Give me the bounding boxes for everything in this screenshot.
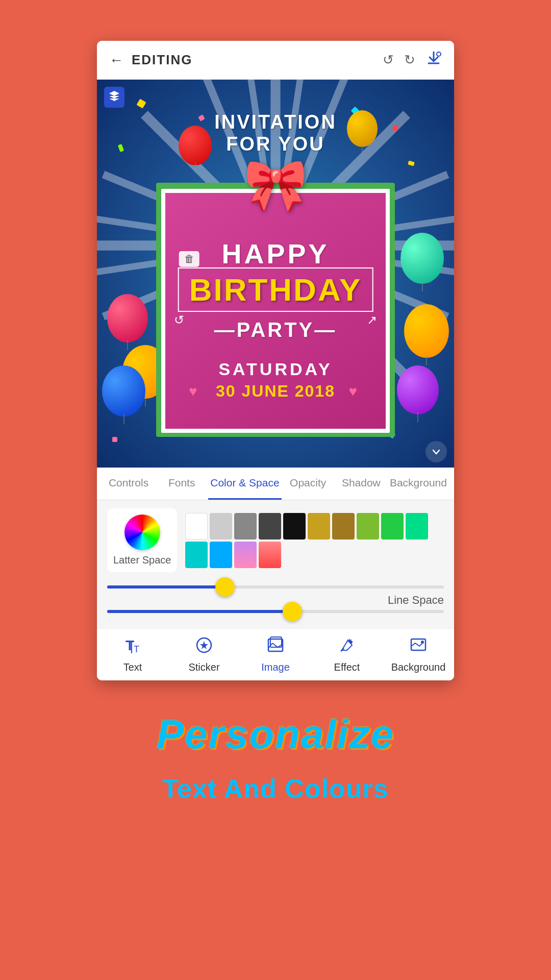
- layer-button[interactable]: [104, 87, 124, 108]
- color-section: Latter Space: [97, 500, 454, 580]
- saturday-text: SATURDAY: [218, 359, 332, 379]
- invitation-text: INVITATION FOR YOU: [214, 111, 337, 155]
- latter-space-track[interactable]: [107, 585, 444, 589]
- color-swatches: [185, 513, 444, 568]
- background-label: Background: [391, 662, 446, 673]
- back-button[interactable]: ←: [109, 52, 123, 68]
- balloon-purple: [397, 365, 439, 414]
- balloon-small-yellow: [347, 110, 378, 147]
- swatch-green[interactable]: [381, 513, 404, 540]
- svg-line-21: [272, 643, 278, 647]
- background-icon: [409, 636, 428, 658]
- balloon-red: [107, 294, 148, 342]
- card-background: 🎀 INVITATION FOR YOU HAPPY 🗑 BIRTHDAY ↺: [97, 80, 454, 468]
- tab-fonts[interactable]: Fonts: [155, 468, 208, 500]
- swatch-light-green[interactable]: [357, 513, 379, 540]
- color-picker-box[interactable]: Latter Space: [107, 508, 177, 572]
- sticker-icon: [195, 636, 213, 658]
- swatch-teal-green[interactable]: [406, 513, 428, 540]
- toolbar-item-effect[interactable]: Effect: [311, 636, 383, 673]
- balloon-yellow-right: [404, 304, 449, 358]
- toolbar-item-image[interactable]: Image: [240, 636, 311, 673]
- birthday-selection-box[interactable]: 🗑 BIRTHDAY ↺ ↗: [178, 267, 373, 312]
- happy-text: HAPPY: [221, 238, 329, 270]
- image-icon: [266, 636, 285, 658]
- party-text: —PARTY—: [214, 318, 337, 341]
- tab-color-space[interactable]: Color & Space: [208, 468, 281, 500]
- toolbar-item-background[interactable]: Background: [383, 636, 454, 673]
- swatch-red[interactable]: [259, 542, 281, 568]
- heart-sticker-right: ♥: [348, 383, 357, 400]
- tab-shadow[interactable]: Shadow: [335, 468, 388, 500]
- personalize-heading: Personalize: [157, 711, 395, 758]
- rotate-icon[interactable]: ↺: [174, 313, 184, 327]
- swatch-black[interactable]: [283, 513, 306, 540]
- text-colours-label: Text And Colours: [157, 773, 395, 804]
- tab-opacity[interactable]: Opacity: [282, 468, 335, 500]
- bottom-toolbar: T T Text Sticker: [97, 628, 454, 680]
- latter-space-slider-row: [107, 585, 444, 589]
- balloon-teal: [400, 233, 444, 284]
- bow-icon: 🎀: [244, 155, 308, 215]
- latter-space-thumb[interactable]: [215, 577, 235, 597]
- line-space-label: Line Space: [388, 594, 444, 607]
- swatch-brown-gold[interactable]: [332, 513, 355, 540]
- balloon-blue: [102, 365, 145, 416]
- balloon-small-red: [179, 126, 212, 165]
- date-text: 30 JUNE 2018: [216, 382, 335, 401]
- tab-controls[interactable]: Controls: [102, 468, 155, 500]
- editor-panel: Controls Fonts Color & Space Opacity Sha…: [97, 468, 454, 680]
- sticker-label: Sticker: [188, 662, 219, 673]
- top-bar-actions: ↺ ↻: [383, 50, 442, 70]
- swatch-darkgray[interactable]: [259, 513, 281, 540]
- latter-space-label: Latter Space: [113, 554, 171, 566]
- image-label: Image: [261, 662, 290, 673]
- svg-point-1: [437, 53, 440, 56]
- resize-icon[interactable]: ↗: [367, 313, 377, 327]
- birthday-text[interactable]: BIRTHDAY: [189, 272, 362, 307]
- line-space-slider-row: [107, 610, 444, 613]
- editor-tabs: Controls Fonts Color & Space Opacity Sha…: [97, 468, 454, 500]
- svg-point-26: [421, 641, 424, 644]
- sliders-section: Line Space: [97, 580, 454, 628]
- chevron-down-button[interactable]: [425, 441, 447, 462]
- bottom-content: Personalize Text And Colours: [157, 711, 395, 804]
- canvas-area[interactable]: 🎀 INVITATION FOR YOU HAPPY 🗑 BIRTHDAY ↺: [97, 80, 454, 468]
- effect-icon: [338, 636, 356, 658]
- undo-button[interactable]: ↺: [383, 52, 394, 68]
- trash-icon[interactable]: 🗑: [179, 251, 199, 267]
- effect-label: Effect: [334, 662, 360, 673]
- svg-text:T: T: [126, 638, 134, 653]
- swatch-lightgray[interactable]: [210, 513, 232, 540]
- toolbar-item-sticker[interactable]: Sticker: [168, 636, 240, 673]
- swatch-cyan[interactable]: [185, 542, 208, 568]
- line-space-thumb[interactable]: [283, 602, 302, 621]
- swatch-pink-purple[interactable]: [234, 542, 257, 568]
- svg-text:T: T: [134, 644, 139, 654]
- download-button[interactable]: [425, 50, 442, 70]
- redo-button[interactable]: ↻: [404, 52, 415, 68]
- tab-background[interactable]: Background: [388, 468, 449, 500]
- confetti: [112, 437, 117, 442]
- swatch-gold[interactable]: [308, 513, 330, 540]
- top-bar: ← EDITING ↺ ↻: [97, 41, 454, 80]
- line-space-fill: [107, 610, 292, 613]
- text-icon: T T: [123, 636, 142, 658]
- swatch-white[interactable]: [185, 513, 208, 540]
- color-wheel-icon[interactable]: [124, 514, 160, 550]
- text-label: Text: [123, 662, 142, 673]
- swatch-gray[interactable]: [234, 513, 257, 540]
- line-space-track[interactable]: [107, 610, 444, 613]
- line-space-label-row: Line Space: [107, 594, 444, 607]
- toolbar-item-text[interactable]: T T Text: [97, 636, 168, 673]
- heart-sticker-left: ♥: [189, 383, 197, 400]
- page-title: EDITING: [132, 52, 383, 68]
- latter-space-fill: [107, 585, 225, 589]
- swatch-blue[interactable]: [210, 542, 232, 568]
